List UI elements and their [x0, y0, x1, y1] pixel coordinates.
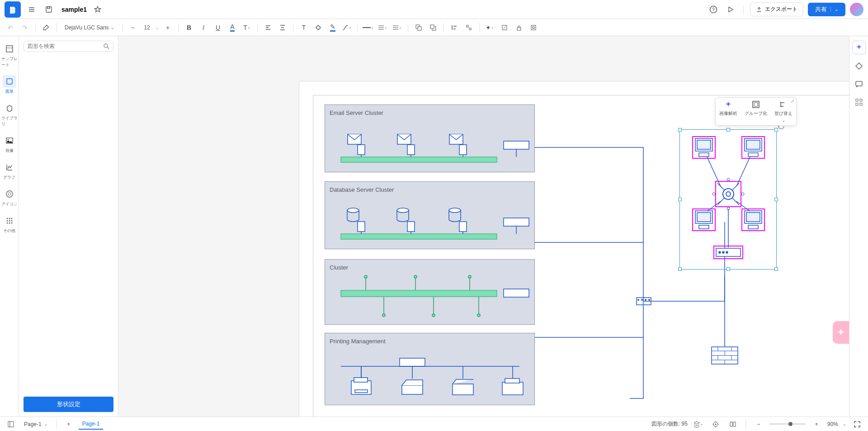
user-avatar[interactable] — [850, 3, 863, 16]
save-icon[interactable] — [42, 3, 55, 16]
outline-icon[interactable] — [5, 418, 17, 431]
zoom-value[interactable]: 90% — [827, 421, 838, 427]
svg-rect-60 — [459, 222, 467, 232]
close-icon[interactable]: ⤢ — [791, 99, 794, 104]
font-size-value[interactable]: 12 — [142, 24, 153, 31]
chevron-down-icon: ⌄ — [843, 422, 846, 426]
lock-icon[interactable] — [513, 22, 525, 33]
nav-library[interactable]: ライブラリ — [1, 99, 18, 130]
font-color-icon[interactable]: A — [226, 22, 238, 33]
svg-rect-10 — [469, 28, 471, 30]
cluster-database[interactable]: Database Server Cluster — [325, 181, 535, 249]
cluster-generic[interactable]: Cluster — [325, 259, 535, 325]
app-logo[interactable] — [5, 1, 21, 18]
nav-images[interactable]: 画像 — [1, 132, 18, 156]
canvas[interactable]: Email Server Cluster — [118, 36, 849, 417]
apps-icon[interactable] — [853, 96, 865, 109]
svg-point-69 — [468, 275, 471, 278]
distribute-icon[interactable] — [463, 22, 475, 33]
nav-more[interactable]: その他 — [1, 212, 18, 237]
share-button[interactable]: 共有 ⌄ — [808, 3, 845, 16]
svg-rect-90 — [502, 382, 523, 395]
undo-icon[interactable]: ↶ — [5, 22, 16, 33]
file-name[interactable]: sample1 — [61, 6, 87, 13]
svg-rect-48 — [504, 141, 529, 149]
svg-rect-62 — [504, 218, 529, 226]
svg-rect-145 — [860, 103, 862, 105]
export-button[interactable]: エクスポート — [750, 2, 803, 16]
search-input[interactable] — [28, 43, 100, 49]
font-family-select[interactable]: DejaVu LGC Sans ⌄ — [61, 23, 118, 32]
focus-icon[interactable] — [709, 418, 722, 431]
chevron-down-icon: ⌄ — [782, 118, 785, 123]
cluster-email[interactable]: Email Server Cluster — [325, 104, 535, 172]
bold-icon[interactable]: B — [183, 22, 195, 33]
arrange-icon — [779, 100, 788, 109]
ai-sparkle-button[interactable] — [852, 41, 866, 54]
svg-point-149 — [715, 423, 716, 425]
zoom-slider[interactable] — [769, 423, 806, 425]
page-tab[interactable]: Page-1 — [79, 419, 104, 430]
svg-rect-127 — [746, 213, 760, 222]
line-style-icon[interactable]: ⌄ — [363, 22, 374, 33]
italic-icon[interactable]: I — [198, 22, 209, 33]
svg-rect-120 — [748, 153, 758, 156]
chart-icon — [5, 163, 14, 171]
nav-icons[interactable]: アイコン — [1, 185, 18, 210]
fontsize-increase-icon[interactable]: + — [162, 22, 174, 33]
fontsize-decrease-icon[interactable]: − — [127, 22, 139, 33]
line-weight-icon[interactable]: ⌄ — [377, 22, 389, 33]
zoom-out-icon[interactable]: − — [752, 418, 765, 431]
page-select[interactable]: Page-1 ⌄ — [21, 420, 51, 429]
shape-search[interactable] — [24, 41, 113, 52]
add-page-icon[interactable]: + — [62, 418, 75, 431]
svg-point-25 — [6, 220, 8, 222]
shape-settings-button[interactable]: 形状設定 — [24, 397, 113, 412]
align-left-icon[interactable] — [448, 22, 460, 33]
edit-icon[interactable] — [499, 22, 510, 33]
svg-rect-64 — [341, 290, 497, 297]
ctx-group[interactable]: グループ化 — [741, 98, 771, 125]
menu-icon[interactable] — [25, 3, 38, 16]
nav-shapes[interactable]: 図形 — [1, 72, 18, 97]
group-icon — [752, 100, 760, 109]
align-v-icon[interactable] — [277, 22, 288, 33]
svg-point-28 — [6, 223, 8, 224]
help-icon[interactable]: ? — [707, 3, 720, 16]
send-back-icon[interactable] — [427, 22, 439, 33]
play-icon[interactable] — [724, 3, 737, 16]
highlight-icon[interactable]: ✎ — [327, 22, 339, 33]
nav-charts[interactable]: グラフ — [1, 158, 18, 183]
zoom-in-icon[interactable]: + — [810, 418, 823, 431]
text-tool-icon[interactable]: T — [298, 22, 310, 33]
format-painter-icon[interactable] — [40, 22, 52, 33]
line-spacing-icon[interactable]: ⌄ — [392, 22, 403, 33]
comment-icon[interactable] — [853, 78, 865, 90]
redo-icon[interactable]: ↷ — [19, 22, 31, 33]
svg-point-34 — [637, 299, 639, 301]
svg-point-22 — [6, 218, 8, 219]
svg-point-56 — [397, 208, 409, 213]
bring-front-icon[interactable] — [413, 22, 425, 33]
align-h-icon[interactable] — [262, 22, 274, 33]
nav-templates[interactable]: テンプレート — [1, 40, 18, 71]
layers-icon[interactable]: ⌄ — [692, 418, 705, 431]
cluster-printing[interactable]: Printing Management — [325, 333, 535, 405]
fill-icon[interactable] — [312, 22, 324, 33]
chevron-down-icon: ⌄ — [111, 25, 114, 30]
book-icon[interactable] — [726, 418, 739, 431]
text-options-icon[interactable]: T⌄ — [241, 22, 253, 33]
selection-group[interactable] — [679, 129, 777, 270]
star-icon[interactable] — [91, 3, 104, 16]
fullscreen-icon[interactable] — [851, 418, 863, 431]
container-icon[interactable] — [528, 22, 539, 33]
ctx-ai-analyze[interactable]: 画像解析 — [716, 98, 741, 125]
effects-icon[interactable]: ✦⌄ — [484, 22, 496, 33]
svg-line-135 — [736, 157, 750, 186]
ai-assistant-button[interactable] — [833, 321, 849, 344]
svg-rect-40 — [358, 145, 365, 155]
firewall-icon[interactable] — [711, 346, 738, 365]
connector-icon[interactable]: ⌄ — [341, 22, 353, 33]
underline-icon[interactable]: U — [212, 22, 224, 33]
diamond-icon[interactable] — [853, 60, 865, 72]
